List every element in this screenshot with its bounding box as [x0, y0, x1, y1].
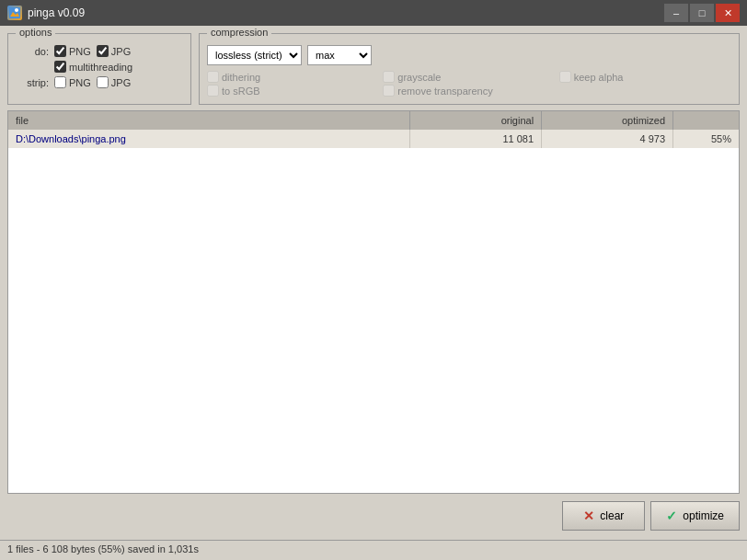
statusbar: 1 files - 6 108 bytes (55%) saved in 1,0… [0, 540, 747, 560]
clear-button[interactable]: ✕ clear [562, 501, 645, 531]
table-row: D:\Downloads\pinga.png 11 081 4 973 55% [8, 130, 739, 148]
do-jpg-label: JPG [111, 46, 131, 57]
dithering-label: dithering [222, 72, 260, 83]
strip-png-item: PNG [54, 76, 91, 88]
strip-png-label: PNG [69, 77, 91, 88]
svg-rect-0 [9, 7, 20, 18]
multithreading-item: multithreading [54, 61, 132, 73]
optimize-button[interactable]: ✓ optimize [650, 501, 740, 531]
strip-png-checkbox[interactable] [54, 76, 66, 88]
strip-label: strip: [16, 77, 49, 88]
titlebar-title: pinga v0.09 [28, 6, 85, 19]
compression-group: compression lossless (strict) lossless l… [199, 33, 740, 105]
cell-pct: 55% [673, 130, 739, 148]
clear-icon: ✕ [583, 509, 594, 523]
col-optimized-header: optimized [542, 111, 673, 130]
cell-original: 11 081 [410, 130, 542, 148]
do-png-label: PNG [69, 46, 91, 57]
strip-jpg-item: JPG [97, 76, 131, 88]
compression-mode-select[interactable]: lossless (strict) lossless lossy adaptiv… [207, 45, 302, 65]
keep-alpha-item: keep alpha [559, 71, 731, 83]
do-jpg-checkbox[interactable] [97, 45, 109, 57]
remove-transparency-item: remove transparency [383, 85, 731, 97]
keep-alpha-label: keep alpha [574, 72, 624, 83]
svg-point-2 [15, 8, 18, 12]
options-label: options [16, 27, 55, 38]
remove-transparency-label: remove transparency [397, 86, 492, 97]
minimize-button[interactable]: – [664, 4, 688, 22]
dithering-checkbox[interactable] [207, 71, 219, 83]
multithreading-row: multithreading [16, 61, 183, 73]
file-table: file original optimized D:\Downloads\pin… [8, 111, 739, 148]
keep-alpha-checkbox[interactable] [559, 71, 571, 83]
clear-label: clear [600, 509, 624, 522]
optimize-label: optimize [683, 509, 724, 522]
do-png-checkbox[interactable] [54, 45, 66, 57]
do-jpg-item: JPG [97, 45, 131, 57]
grayscale-label: grayscale [397, 72, 441, 83]
strip-jpg-checkbox[interactable] [97, 76, 109, 88]
compression-label: compression [207, 27, 271, 38]
col-pct-header [673, 111, 739, 130]
main-content: options do: PNG JPG multithreading [0, 26, 747, 540]
close-button[interactable]: ✕ [716, 4, 740, 22]
multithreading-label: multithreading [69, 62, 132, 73]
strip-jpg-label: JPG [111, 77, 131, 88]
file-table-body: D:\Downloads\pinga.png 11 081 4 973 55% [8, 130, 739, 148]
titlebar-left: pinga v0.09 [7, 6, 85, 20]
strip-row: strip: PNG JPG [16, 76, 183, 88]
cell-file: D:\Downloads\pinga.png [8, 130, 410, 148]
bottom-bar: ✕ clear ✓ optimize [7, 499, 740, 532]
table-header-row: file original optimized [8, 111, 739, 130]
maximize-button[interactable]: □ [690, 4, 714, 22]
to-srgb-label: to sRGB [222, 86, 260, 97]
file-table-container: file original optimized D:\Downloads\pin… [7, 110, 740, 494]
compression-quality-select[interactable]: max high medium low [307, 45, 372, 65]
do-row: do: PNG JPG [16, 45, 183, 57]
app-icon [7, 6, 22, 20]
top-panels: options do: PNG JPG multithreading [7, 33, 740, 105]
options-group: options do: PNG JPG multithreading [7, 33, 191, 105]
statusbar-text: 1 files - 6 108 bytes (55%) saved in 1,0… [7, 543, 199, 554]
to-srgb-item: to sRGB [207, 85, 379, 97]
col-file-header: file [8, 111, 410, 130]
cell-optimized: 4 973 [542, 130, 673, 148]
to-srgb-checkbox[interactable] [207, 85, 219, 97]
multithreading-checkbox[interactable] [54, 61, 66, 73]
grayscale-checkbox[interactable] [383, 71, 395, 83]
do-label: do: [16, 46, 49, 57]
do-png-item: PNG [54, 45, 91, 57]
compression-mode-row: lossless (strict) lossless lossy adaptiv… [207, 45, 731, 65]
compression-checks: dithering grayscale keep alpha to sRGB r… [207, 71, 731, 97]
titlebar-controls: – □ ✕ [664, 4, 740, 22]
optimize-icon: ✓ [666, 509, 677, 523]
remove-transparency-checkbox[interactable] [383, 85, 395, 97]
col-original-header: original [410, 111, 542, 130]
dithering-item: dithering [207, 71, 379, 83]
grayscale-item: grayscale [383, 71, 555, 83]
titlebar: pinga v0.09 – □ ✕ [0, 0, 747, 26]
